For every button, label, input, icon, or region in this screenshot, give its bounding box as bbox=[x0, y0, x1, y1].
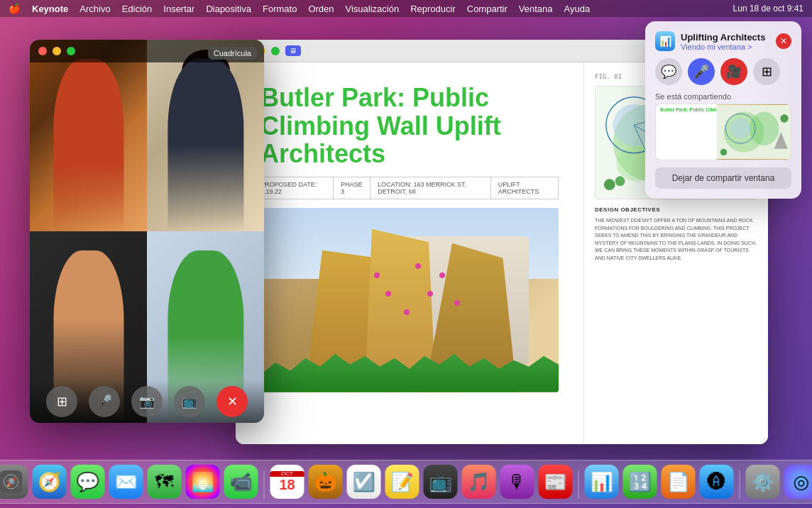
preview-diagram-svg bbox=[717, 104, 791, 160]
meta-phase: PHASE 3 bbox=[334, 177, 371, 199]
svg-point-29 bbox=[730, 118, 751, 139]
notification-app-icon: 📊 bbox=[655, 31, 675, 51]
menu-diapositiva[interactable]: Diapositiva bbox=[206, 4, 251, 14]
notification-app-name: Uplifting Architects bbox=[681, 32, 765, 43]
notification-panel: 📊 Uplifting Architects Viendo mi ventana… bbox=[645, 21, 801, 199]
dock-messages[interactable]: 💬 bbox=[71, 465, 105, 499]
dock-news[interactable]: 📰 bbox=[539, 465, 573, 499]
menu-ayuda[interactable]: Ayuda bbox=[564, 4, 591, 14]
design-objectives-title: DESIGN OBJECTIVES bbox=[595, 206, 757, 213]
svg-point-32 bbox=[780, 114, 788, 122]
menu-time: Lun 18 de oct 9:41 bbox=[733, 4, 803, 13]
dock-podcasts[interactable]: 🎙 bbox=[500, 465, 534, 499]
slide-title: Butler Park: Public Climbing Wall Uplift… bbox=[260, 84, 559, 168]
svg-point-22 bbox=[615, 176, 625, 186]
svg-text:🚀: 🚀 bbox=[6, 477, 17, 487]
notification-screen-button[interactable]: ⊞ bbox=[753, 58, 780, 85]
cuadricula-badge: Cuadrícula bbox=[208, 47, 257, 60]
slide-meta: PROPOSED DATE: 4.19.22 PHASE 3 LOCATION:… bbox=[260, 177, 559, 199]
dock-reminders[interactable]: ☑️ bbox=[347, 465, 381, 499]
menu-bar-right: Lun 18 de oct 9:41 bbox=[733, 4, 803, 13]
dock-safari[interactable]: 🧭 bbox=[33, 465, 67, 499]
dock-calendar[interactable]: OCT18 bbox=[270, 465, 304, 499]
launchpad-icon: 🚀 bbox=[0, 470, 23, 493]
dock-facetime[interactable]: 📹 bbox=[224, 465, 258, 499]
dock-mail[interactable]: ✉️ bbox=[109, 465, 143, 499]
meta-date: PROPOSED DATE: 4.19.22 bbox=[260, 177, 334, 199]
facetime-cell-2 bbox=[147, 40, 264, 231]
menu-orden[interactable]: Orden bbox=[308, 4, 334, 14]
maximize-button[interactable] bbox=[67, 47, 75, 55]
facetime-end-button[interactable]: ✕ bbox=[216, 386, 248, 417]
dock-keynote[interactable]: 📊 bbox=[585, 465, 619, 499]
notification-close-button[interactable]: ✕ bbox=[776, 33, 791, 49]
facetime-camera-button[interactable]: 📷 bbox=[131, 386, 163, 417]
meta-location: LOCATION: 163 MERRICK ST, DETROIT, MI bbox=[371, 177, 491, 199]
svg-point-27 bbox=[749, 112, 779, 146]
menu-app-name[interactable]: Keynote bbox=[32, 4, 68, 14]
dock-pages[interactable]: 📄 bbox=[662, 465, 696, 499]
dock-numbers[interactable]: 🔢 bbox=[623, 465, 657, 499]
svg-point-31 bbox=[720, 149, 727, 156]
design-objectives-text: THE MIDWEST DOESN'T OFFER A TON OF MOUNT… bbox=[595, 217, 757, 262]
dock-appletv[interactable]: 📺 bbox=[424, 465, 458, 499]
notification-video-button[interactable]: 🎥 bbox=[720, 58, 747, 85]
meta-architects: UPLIFT ARCHITECTS bbox=[491, 177, 559, 199]
menu-formato[interactable]: Formato bbox=[263, 4, 297, 14]
facetime-share-button[interactable]: 📺 bbox=[174, 386, 205, 417]
menu-visualizacion[interactable]: Visualización bbox=[346, 4, 400, 14]
svg-point-21 bbox=[604, 179, 615, 190]
notification-preview: Butler Park: Public Climbing Wall Uplift… bbox=[655, 104, 791, 160]
facetime-window: Cuadrícula ⊞ 🎤 📷 📺 ✕ bbox=[30, 40, 264, 423]
dock-siri[interactable]: ◎ bbox=[784, 465, 813, 499]
dock-separator-2 bbox=[578, 470, 579, 499]
menu-archivo[interactable]: Archivo bbox=[79, 4, 110, 14]
keynote-maximize[interactable] bbox=[271, 47, 280, 55]
notification-preview-image bbox=[717, 104, 791, 160]
dock: 😊 🚀 🧭 💬 ✉️ 🗺 🌅 📹 OCT18 🎃 ☑️ 📝 📺 🎵 🎙 📰 📊 … bbox=[0, 460, 812, 504]
screen-share-icon: 🖥 bbox=[290, 47, 297, 55]
person-1-body bbox=[53, 59, 124, 231]
facetime-grid-button[interactable]: ⊞ bbox=[46, 386, 77, 417]
person-2-body bbox=[168, 59, 243, 231]
dock-settings[interactable]: ⚙️ bbox=[746, 465, 780, 499]
dock-photos[interactable]: 🌅 bbox=[186, 465, 220, 499]
dock-launchpad[interactable]: 🚀 bbox=[0, 465, 28, 499]
menu-insertar[interactable]: Insertar bbox=[163, 4, 194, 14]
notification-app-info: Uplifting Architects Viendo mi ventana > bbox=[681, 32, 765, 51]
facetime-cell-1 bbox=[30, 40, 147, 231]
facetime-controls: ⊞ 🎤 📷 📺 ✕ bbox=[30, 380, 264, 423]
notification-header: 📊 Uplifting Architects Viendo mi ventana… bbox=[655, 31, 791, 51]
dock-music[interactable]: 🎵 bbox=[462, 465, 496, 499]
menu-edicion[interactable]: Edición bbox=[122, 4, 153, 14]
notification-mic-button[interactable]: 🎤 bbox=[688, 58, 715, 85]
menu-ventana[interactable]: Ventana bbox=[519, 4, 553, 14]
stop-sharing-button[interactable]: Dejar de compartir ventana bbox=[655, 167, 791, 189]
menu-reproducir[interactable]: Reproducir bbox=[410, 4, 456, 14]
facetime-mic-button[interactable]: 🎤 bbox=[89, 386, 120, 417]
notification-subtitle[interactable]: Viendo mi ventana > bbox=[681, 43, 765, 51]
dock-halloween[interactable]: 🎃 bbox=[309, 465, 343, 499]
notification-controls: 💬 🎤 🎥 ⊞ bbox=[655, 58, 791, 85]
notification-sharing-label: Se está compartiendo bbox=[655, 92, 791, 101]
notification-chat-button[interactable]: 💬 bbox=[655, 58, 682, 85]
facetime-video-grid bbox=[30, 40, 264, 423]
menu-bar: 🍎 Keynote Archivo Edición Insertar Diapo… bbox=[0, 0, 812, 17]
dock-separator bbox=[264, 470, 265, 499]
menu-compartir[interactable]: Compartir bbox=[467, 4, 508, 14]
dock-separator-3 bbox=[740, 470, 740, 499]
keynote-main-panel: Butler Park: Public Climbing Wall Uplift… bbox=[236, 62, 583, 444]
slide-main-image bbox=[260, 208, 559, 392]
dock-appstore[interactable]: 🅐 bbox=[700, 465, 734, 499]
screen-share-badge: 🖥 bbox=[285, 45, 301, 56]
apple-menu[interactable]: 🍎 bbox=[9, 3, 21, 14]
close-button[interactable] bbox=[38, 47, 47, 55]
dock-maps[interactable]: 🗺 bbox=[148, 465, 182, 499]
dock-notes[interactable]: 📝 bbox=[385, 465, 419, 499]
minimize-button[interactable] bbox=[53, 47, 61, 55]
